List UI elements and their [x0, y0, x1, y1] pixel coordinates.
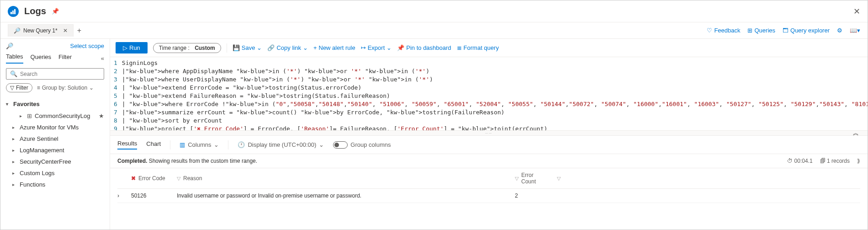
search-input[interactable] — [20, 71, 100, 77]
pin-icon: 📌 — [397, 44, 404, 51]
columns-button[interactable]: ▥Columns ⌄ — [180, 141, 219, 148]
format-icon: ≣ — [457, 44, 462, 51]
table-row[interactable]: › 50126 Invalid username or password or … — [117, 189, 860, 203]
status-bar: Completed. Showing results from the cust… — [110, 154, 868, 168]
tab-queries[interactable]: Queries — [31, 53, 52, 63]
star-icon[interactable]: ★ — [99, 112, 104, 119]
list-icon: ≡ — [37, 85, 40, 91]
tab-filter[interactable]: Filter — [58, 53, 72, 63]
cell-count: 2 — [515, 193, 518, 199]
results-table: ✖Error Code ▽Reason ▽Error Count ▽ › 501… — [110, 168, 868, 203]
query-toolbar: ▷Run Time range : Custom 💾Save ⌄ 🔗Copy l… — [110, 39, 868, 57]
expand-up-icon[interactable]: ︽ — [853, 129, 859, 137]
records-icon: 🗐 — [820, 158, 826, 164]
pin-icon[interactable]: 📌 — [52, 8, 59, 15]
new-alert-button[interactable]: +New alert rule — [313, 44, 355, 51]
save-icon: 💾 — [233, 44, 240, 51]
sidebar: 🔎 Select scope Tables Queries Filter « 🔍… — [0, 39, 110, 230]
stopwatch-icon: ⏱ — [787, 158, 793, 164]
query-icon: 🔎 — [14, 27, 21, 34]
explorer-icon: 🗔 — [783, 27, 789, 34]
expand-icon[interactable]: ⟫ — [857, 158, 860, 164]
toggle-icon[interactable] — [333, 141, 348, 149]
search-icon: 🔍 — [10, 70, 17, 77]
line-gutter: 123456789 — [110, 57, 122, 130]
tab-close-icon[interactable]: ✕ — [63, 27, 68, 34]
query-explorer-link[interactable]: 🗔Query explorer — [783, 27, 830, 34]
funnel-icon[interactable]: ▽ — [177, 176, 180, 182]
format-button[interactable]: ≣Format query — [457, 44, 499, 51]
select-scope-link[interactable]: Select scope — [70, 43, 104, 49]
tab-label: New Query 1* — [23, 27, 58, 34]
groupby-dropdown[interactable]: ≡Group by: Solution ⌄ — [37, 85, 94, 91]
chevron-down-icon: ⌄ — [214, 141, 219, 148]
group-columns-toggle[interactable]: Group columns — [333, 141, 391, 149]
export-icon: ↦ — [361, 44, 366, 51]
chevron-down-icon: ⌄ — [89, 85, 94, 91]
clock-icon: 🕐 — [238, 141, 245, 148]
plus-icon: + — [313, 44, 317, 51]
chevron-down-icon: ⌄ — [257, 44, 262, 51]
caret-right-icon: ▸ — [12, 125, 17, 130]
results-tab[interactable]: Results — [117, 140, 137, 150]
favorites-section[interactable]: ▾Favorites — [6, 101, 104, 107]
collapse-icon[interactable]: « — [101, 55, 104, 62]
caret-right-icon: ▸ — [20, 113, 24, 118]
cell-reason: Invalid username or password or Invalid … — [177, 193, 361, 199]
cell-error-code: 50126 — [131, 193, 146, 199]
svg-rect-0 — [11, 12, 12, 14]
tree-item[interactable]: ▸LogManagement — [6, 144, 104, 156]
logs-icon — [8, 6, 19, 17]
run-button[interactable]: ▷Run — [116, 42, 148, 53]
record-count: 🗐 1 records — [820, 158, 850, 164]
funnel-icon[interactable]: ▽ — [515, 176, 519, 182]
funnel-icon[interactable]: ▽ — [557, 176, 561, 182]
tab-tables[interactable]: Tables — [6, 53, 23, 64]
time-range-picker[interactable]: Time range : Custom — [153, 43, 221, 53]
filter-pill[interactable]: ▽Filter — [6, 83, 32, 92]
save-button[interactable]: 💾Save ⌄ — [233, 44, 262, 51]
code-content[interactable]: SigninLogs|"kw-blue">where AppDisplayNam… — [122, 57, 868, 130]
error-icon: ✖ — [131, 175, 136, 182]
caret-right-icon: ▸ — [12, 148, 17, 153]
queries-icon: ⊞ — [747, 27, 752, 34]
heart-icon: ♡ — [707, 27, 712, 34]
page-title: Logs — [24, 6, 46, 16]
copy-link-button[interactable]: 🔗Copy link ⌄ — [267, 44, 307, 51]
display-time-button[interactable]: 🕐Display time (UTC+00:00) ⌄ — [238, 141, 324, 148]
tab-new-query[interactable]: 🔎 New Query 1* ✕ — [8, 24, 74, 37]
tree-item[interactable]: ▸Functions — [6, 179, 104, 190]
play-icon: ▷ — [123, 44, 127, 51]
tab-bar: 🔎 New Query 1* ✕ + ♡Feedback ⊞Queries 🗔Q… — [0, 22, 868, 39]
caret-right-icon: ▸ — [12, 182, 17, 187]
tree-item[interactable]: ▸Azure Sentinel — [6, 133, 104, 144]
svg-rect-1 — [12, 11, 14, 14]
tree-item[interactable]: ▸Custom Logs — [6, 167, 104, 179]
expand-row-icon[interactable]: › — [117, 193, 119, 199]
tree-item[interactable]: ▸Azure Monitor for VMs — [6, 122, 104, 133]
search-input-wrapper[interactable]: 🔍 — [6, 68, 104, 80]
status-message: Showing results from the custom time ran… — [147, 158, 257, 164]
chevron-down-icon: ⌄ — [319, 141, 324, 148]
book-icon[interactable]: 📖▾ — [850, 27, 860, 34]
tree-item[interactable]: ▸SecurityCenterFree — [6, 156, 104, 167]
caret-right-icon: ▸ — [12, 136, 17, 141]
export-button[interactable]: ↦Export ⌄ — [361, 44, 392, 51]
code-editor[interactable]: 123456789 SigninLogs|"kw-blue">where App… — [110, 57, 868, 130]
add-tab-button[interactable]: + — [77, 27, 81, 35]
caret-down-icon: ▾ — [6, 102, 11, 107]
splitter[interactable]: ┄┄ ︽ — [110, 130, 868, 136]
settings-icon[interactable]: ⚙ — [837, 27, 842, 34]
funnel-icon: ▽ — [10, 85, 14, 91]
table-header: ✖Error Code ▽Reason ▽Error Count ▽ — [117, 168, 860, 189]
chart-tab[interactable]: Chart — [146, 140, 161, 149]
pin-button[interactable]: 📌Pin to dashboard — [397, 44, 451, 51]
tree-item-commonsecuritylog[interactable]: ▸⊞CommonSecurityLog★ — [6, 110, 104, 122]
queries-link[interactable]: ⊞Queries — [747, 27, 775, 34]
chevron-down-icon: ⌄ — [303, 44, 308, 51]
close-icon[interactable]: ✕ — [853, 6, 860, 16]
scope-icon: 🔎 — [6, 43, 13, 49]
feedback-link[interactable]: ♡Feedback — [707, 27, 740, 34]
table-icon: ⊞ — [27, 112, 32, 119]
svg-rect-2 — [14, 9, 16, 14]
